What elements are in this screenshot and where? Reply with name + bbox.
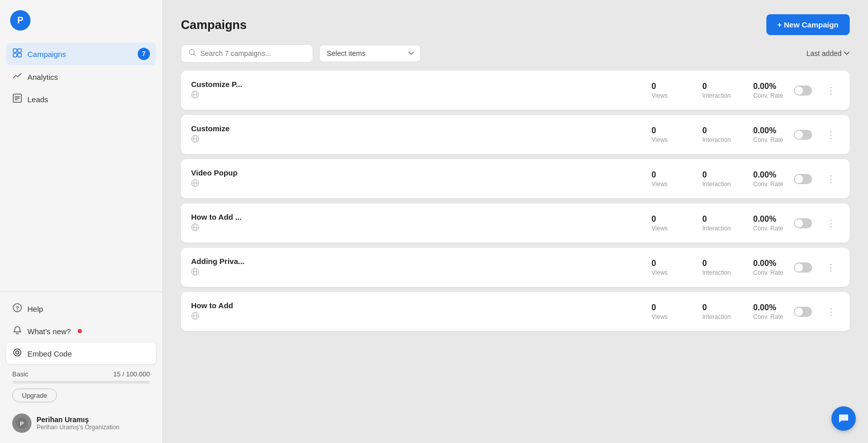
campaign-globe-icon: [191, 91, 641, 101]
svg-line-15: [194, 54, 196, 56]
sidebar-item-campaigns[interactable]: Campaigns 7: [6, 43, 156, 65]
plan-label: Basic 15 / 100.000: [12, 370, 150, 378]
conv-rate-value: 0.00%: [753, 215, 784, 224]
stat-interaction: 0 Interaction: [702, 126, 733, 143]
views-value: 0: [652, 126, 682, 135]
conv-rate-value: 0.00%: [753, 82, 784, 91]
stat-conv-rate: 0.00% Conv. Rate: [753, 126, 784, 143]
views-value: 0: [652, 170, 682, 180]
campaign-name: Video Popup: [191, 168, 641, 177]
stat-conv-rate: 0.00% Conv. Rate: [753, 170, 784, 188]
campaigns-list: Customize P... 0 Views 0 Interaction 0.0…: [163, 71, 868, 443]
embed-code-icon: [12, 348, 22, 359]
stat-views: 0 Views: [652, 303, 682, 320]
sort-label: Last added: [807, 49, 842, 57]
svg-point-10: [14, 349, 21, 356]
svg-rect-2: [13, 53, 17, 57]
campaigns-badge: 7: [138, 48, 150, 60]
main-content: Campaigns + New Campaign Select items La…: [163, 0, 868, 443]
interaction-label: Interaction: [702, 225, 733, 232]
stat-views: 0 Views: [652, 170, 682, 188]
interaction-label: Interaction: [702, 181, 733, 188]
views-label: Views: [652, 225, 682, 232]
stat-group: 0 Views 0 Interaction 0.00% Conv. Rate: [652, 215, 784, 232]
campaign-toggle[interactable]: [794, 130, 812, 140]
plan-usage: 15 / 100.000: [113, 370, 150, 378]
campaign-more-button[interactable]: ⋮: [822, 83, 840, 98]
campaign-toggle[interactable]: [794, 218, 812, 228]
campaign-name: Adding Priva...: [191, 257, 641, 265]
campaign-more-button[interactable]: ⋮: [822, 216, 840, 231]
campaign-more-button[interactable]: ⋮: [822, 127, 840, 142]
bell-icon: [12, 326, 22, 337]
upgrade-button[interactable]: Upgrade: [12, 389, 57, 402]
svg-text:P: P: [20, 421, 23, 427]
help-icon: ?: [12, 303, 22, 314]
stat-group: 0 Views 0 Interaction 0.00% Conv. Rate: [652, 259, 784, 276]
sidebar-item-label: Campaigns: [27, 50, 66, 58]
campaign-info: How to Add: [191, 301, 641, 322]
chat-bubble[interactable]: [831, 406, 856, 431]
campaign-card: How to Add 0 Views 0 Interaction 0.00% C…: [181, 292, 850, 331]
campaign-more-button[interactable]: ⋮: [822, 260, 840, 275]
avatar: P: [12, 414, 32, 433]
svg-rect-3: [18, 53, 21, 57]
analytics-icon: [12, 71, 22, 82]
campaign-name: Customize P...: [191, 80, 641, 88]
views-value: 0: [652, 259, 682, 268]
stat-group: 0 Views 0 Interaction 0.00% Conv. Rate: [652, 82, 784, 99]
interaction-value: 0: [702, 303, 733, 312]
svg-rect-1: [18, 49, 21, 52]
svg-text:?: ?: [16, 305, 19, 311]
campaign-card: Customize P... 0 Views 0 Interaction 0.0…: [181, 71, 850, 110]
sidebar-item-help[interactable]: ? Help: [6, 298, 156, 319]
campaign-toggle[interactable]: [794, 174, 812, 184]
sidebar-item-leads[interactable]: Leads: [6, 88, 156, 110]
campaign-card: Customize 0 Views 0 Interaction 0.00% Co…: [181, 115, 850, 154]
sidebar: P Campaigns 7 Analytics Leads: [0, 0, 163, 443]
views-label: Views: [652, 136, 682, 143]
stat-conv-rate: 0.00% Conv. Rate: [753, 82, 784, 99]
campaign-name: How to Add: [191, 301, 641, 310]
campaign-toggle[interactable]: [794, 307, 812, 317]
campaign-card: Adding Priva... 0 Views 0 Interaction 0.…: [181, 248, 850, 287]
campaign-globe-icon: [191, 268, 641, 278]
search-input[interactable]: [200, 49, 305, 57]
campaign-more-button[interactable]: ⋮: [822, 171, 840, 187]
conv-rate-label: Conv. Rate: [753, 136, 784, 143]
new-campaign-button[interactable]: + New Campaign: [766, 14, 850, 35]
interaction-label: Interaction: [702, 136, 733, 143]
conv-rate-value: 0.00%: [753, 303, 784, 312]
campaign-card: Video Popup 0 Views 0 Interaction 0.00% …: [181, 159, 850, 198]
interaction-label: Interaction: [702, 313, 733, 320]
sidebar-item-analytics[interactable]: Analytics: [6, 66, 156, 87]
conv-rate-label: Conv. Rate: [753, 313, 784, 320]
campaign-toggle[interactable]: [794, 85, 812, 96]
views-value: 0: [652, 82, 682, 91]
campaign-more-button[interactable]: ⋮: [822, 304, 840, 319]
campaign-toggle[interactable]: [794, 262, 812, 273]
interaction-value: 0: [702, 126, 733, 135]
stat-group: 0 Views 0 Interaction 0.00% Conv. Rate: [652, 126, 784, 143]
search-icon: [189, 49, 196, 58]
conv-rate-label: Conv. Rate: [753, 181, 784, 188]
stat-views: 0 Views: [652, 82, 682, 99]
user-name: Perihan Uramış: [37, 416, 150, 424]
app-logo: P: [10, 10, 30, 31]
stat-conv-rate: 0.00% Conv. Rate: [753, 259, 784, 276]
sidebar-item-embed-code[interactable]: Embed Code: [6, 343, 156, 364]
sidebar-nav: Campaigns 7 Analytics Leads: [0, 39, 162, 291]
campaign-name: How to Add ...: [191, 213, 641, 221]
views-label: Views: [652, 92, 682, 99]
page-title: Campaigns: [181, 18, 246, 32]
stat-interaction: 0 Interaction: [702, 215, 733, 232]
conv-rate-label: Conv. Rate: [753, 92, 784, 99]
sort-button[interactable]: Last added: [807, 49, 850, 57]
sidebar-item-whats-new[interactable]: What's new?: [6, 320, 156, 342]
svg-rect-0: [13, 49, 17, 52]
search-box: [181, 44, 313, 63]
campaign-globe-icon: [191, 312, 641, 322]
select-items-dropdown[interactable]: Select items: [319, 45, 421, 62]
interaction-label: Interaction: [702, 92, 733, 99]
campaigns-icon: [12, 48, 22, 60]
